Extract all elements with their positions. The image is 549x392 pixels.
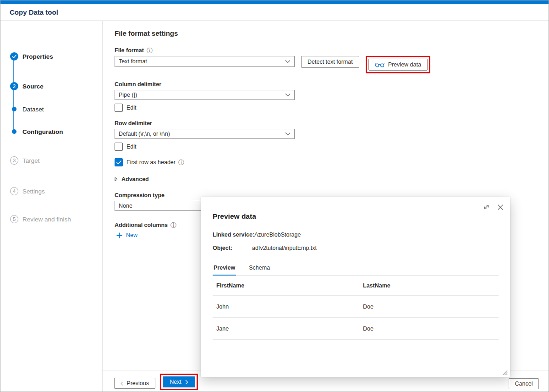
linked-service-value: AzureBlobStorage [254,232,301,238]
close-icon [497,204,504,210]
step-target[interactable]: 3 Target [10,156,40,165]
step-number-badge: 5 [10,215,18,223]
row-delimiter-dropdown[interactable]: Default (\r,\n, or \r\n) [115,129,295,139]
step-settings[interactable]: 4 Settings [10,187,45,195]
section-heading: File format settings [115,29,549,37]
expand-dialog-button[interactable] [483,203,490,211]
resize-grip-icon [501,369,508,375]
linked-service-row: Linked service: AzureBlobStorage [213,232,499,238]
table-cell: John [213,304,359,310]
step-dot-icon [10,127,18,136]
info-icon[interactable]: ⓘ [170,222,176,228]
linked-service-label: Linked service: [213,232,254,238]
wizard-stepper: Properties 2 Source Dataset Configuratio… [0,21,103,392]
next-button[interactable]: Next [163,376,195,387]
column-delimiter-label: Column delimiter [115,81,549,88]
step-label: Source [22,83,44,90]
page-title: Copy Data tool [10,8,58,16]
resize-handle[interactable] [501,369,508,375]
first-row-as-header-checkbox[interactable]: First row as header ⓘ [115,158,549,166]
table-header-row: FirstName LastName [213,276,499,296]
table-cell: Doe [359,326,499,332]
step-dot-icon [10,105,18,113]
table-cell: Jane [213,326,359,332]
checkbox-unchecked-icon [115,143,123,151]
dialog-title: Preview data [213,212,499,221]
object-label: Object: [213,245,252,251]
previous-button[interactable]: Previous [114,378,155,389]
chevron-down-icon [285,60,291,63]
step-label: Properties [22,53,53,60]
step-number-badge: 2 [10,82,18,90]
add-new-column-button[interactable]: New [116,232,137,238]
table-cell: Doe [359,304,499,310]
info-icon[interactable]: ⓘ [178,160,184,166]
glasses-icon [375,62,384,67]
preview-data-dialog: Preview data Linked service: AzureBlobSt… [201,197,510,377]
plus-icon [116,232,122,238]
preview-table: FirstName LastName John Doe Jane Doe [213,276,499,340]
chevron-right-icon [185,380,188,385]
highlight-box-preview-data: Preview data [366,56,430,73]
file-format-dropdown[interactable]: Text format [115,56,295,67]
info-icon[interactable]: ⓘ [147,48,153,54]
step-review-and-finish[interactable]: 5 Review and finish [10,215,71,223]
cancel-button[interactable]: Cancel [509,378,539,389]
step-completed-icon [10,52,18,61]
row-delimiter-label: Row delimiter [115,120,549,127]
chevron-down-icon [285,93,291,97]
column-header: FirstName [213,282,359,289]
chevron-down-icon [285,132,291,136]
step-label: Dataset [22,106,44,113]
preview-data-button[interactable]: Preview data [368,59,428,71]
object-value: adfv2tutorial/inputEmp.txt [252,245,317,251]
chevron-left-icon [121,381,123,386]
window-header: Copy Data tool [0,4,549,21]
object-row: Object: adfv2tutorial/inputEmp.txt [213,245,499,251]
step-label: Configuration [22,128,63,135]
column-delimiter-dropdown[interactable]: Pipe (|) [115,90,295,100]
close-dialog-button[interactable] [496,203,504,211]
step-source[interactable]: 2 Source [10,82,44,90]
step-label: Settings [22,188,45,195]
checkbox-checked-icon [115,158,123,166]
tab-schema[interactable]: Schema [248,265,271,275]
detect-text-format-button[interactable]: Detect text format [301,56,359,68]
row-delimiter-edit-checkbox[interactable]: Edit [115,143,549,151]
expand-icon [483,204,490,210]
step-dataset[interactable]: Dataset [10,105,44,113]
column-header: LastName [359,282,499,289]
step-number-badge: 3 [10,156,18,165]
step-label: Review and finish [22,216,71,223]
step-properties[interactable]: Properties [10,52,53,61]
stepper-connector-active [13,56,14,132]
highlight-box-next: Next [160,374,198,390]
dialog-tabs: Preview Schema [213,265,499,276]
file-format-label: File format ⓘ [115,47,549,54]
checkbox-unchecked-icon [115,104,123,112]
tab-preview[interactable]: Preview [213,265,236,275]
step-label: Target [22,157,40,164]
table-row: Jane Doe [213,318,499,340]
stepper-connector-future [14,132,14,219]
triangle-right-icon [115,177,118,182]
step-configuration[interactable]: Configuration [10,127,63,136]
advanced-expander[interactable]: Advanced [115,176,549,182]
column-delimiter-edit-checkbox[interactable]: Edit [115,104,549,112]
copy-data-tool-window: Copy Data tool Properties 2 Source Datas… [0,0,549,392]
accent-topbar [0,0,549,4]
table-row: John Doe [213,296,499,318]
step-number-badge: 4 [10,187,18,195]
